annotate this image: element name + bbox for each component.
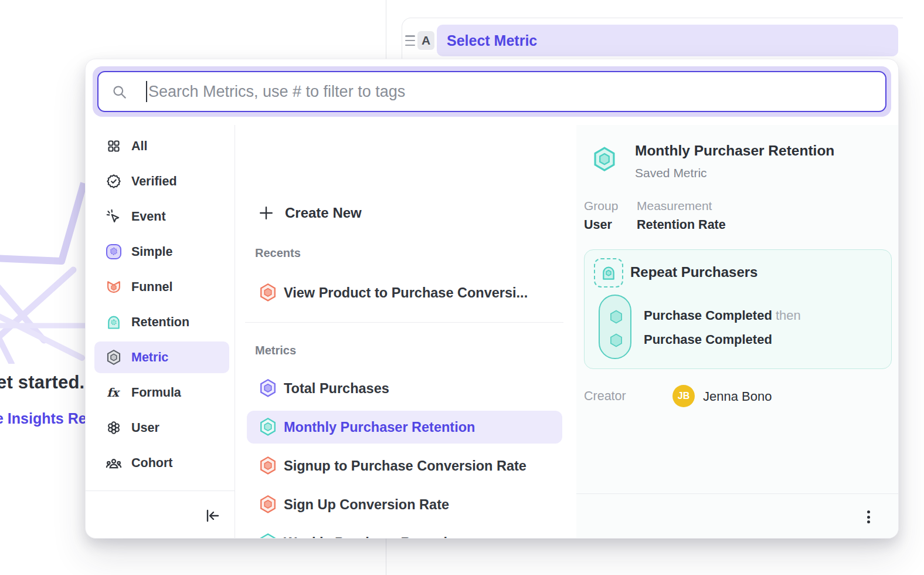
recents-header: Recents (255, 246, 301, 260)
cohort-icon (105, 454, 123, 472)
sidebar-item-event[interactable]: Event (94, 201, 229, 232)
definition-step-1: Purchase Completed then (644, 308, 801, 323)
step-hexagon-icon (608, 309, 624, 325)
svg-text:fx: fx (107, 385, 121, 400)
grid-icon (105, 137, 123, 155)
cursor-click-icon (105, 208, 123, 225)
definition-step-2: Purchase Completed (644, 332, 772, 347)
metric-list: Create New Recents View Product to Purch… (235, 125, 576, 539)
sidebar-item-metric[interactable]: Metric (94, 341, 229, 373)
orange-hexagon-icon (259, 456, 277, 476)
metric-row-badge: A (417, 31, 434, 50)
step-hexagon-icon (608, 332, 624, 349)
search-placeholder: Search Metrics, use # to filter to tags (148, 83, 405, 101)
verified-badge-icon (105, 172, 123, 190)
background-line-illustration (0, 170, 88, 364)
select-metric-button[interactable]: Select Metric (437, 25, 898, 56)
creator-label: Creator (584, 389, 626, 404)
filter-sidebar: All Verified Event (86, 125, 235, 539)
detail-subtitle: Saved Metric (635, 166, 707, 180)
metric-item-monthly-purchaser-retention[interactable]: Monthly Purchaser Retention (247, 411, 562, 444)
creator-avatar: JB (672, 385, 695, 407)
search-icon (111, 84, 127, 100)
metric-item-weekly-purchase-retention[interactable]: Weekly Purchase Retention (247, 526, 562, 539)
recent-item[interactable]: View Product to Purchase Conversi... (247, 276, 562, 309)
metric-definition-card: Repeat Purchasers Purchase Completed the… (584, 249, 892, 369)
funnel-metric-icon (259, 283, 277, 303)
sidebar-item-simple[interactable]: Simple (94, 236, 229, 268)
group-label: Group (584, 199, 618, 213)
sidebar-item-retention[interactable]: Retention (94, 306, 229, 338)
sidebar-item-funnel[interactable]: Funnel (94, 271, 229, 303)
metric-detail-panel: Monthly Purchaser Retention Saved Metric… (576, 125, 899, 539)
metrics-header: Metrics (255, 344, 296, 357)
funnel-steps-capsule (599, 295, 631, 359)
creator-name: Jenna Bono (703, 389, 772, 404)
metric-hexagon-icon (105, 349, 123, 366)
teal-hexagon-icon (259, 417, 277, 437)
collapse-left-icon (205, 509, 220, 523)
metric-item-total-purchases[interactable]: Total Purchases (247, 372, 562, 405)
detail-title: Monthly Purchaser Retention (635, 143, 834, 159)
retention-definition-icon (594, 258, 623, 288)
search-band: Search Metrics, use # to filter to tags (93, 66, 891, 117)
metric-item-sign-up-conversion[interactable]: Sign Up Conversion Rate (247, 488, 562, 521)
detail-footer (576, 493, 899, 539)
formula-icon: fx (105, 384, 123, 401)
measurement-value: Retention Rate (637, 218, 726, 232)
teal-hexagon-icon (259, 533, 277, 539)
sidebar-item-verified[interactable]: Verified (94, 165, 229, 197)
purple-hexagon-icon (259, 378, 277, 398)
definition-name: Repeat Purchasers (630, 264, 757, 280)
collapse-sidebar-button[interactable] (203, 506, 222, 525)
group-value: User (584, 218, 612, 232)
background-report-link-fragment[interactable]: e Insights Re (0, 410, 87, 427)
orange-hexagon-icon (259, 495, 277, 515)
funnel-icon (105, 278, 123, 296)
sidebar-footer (86, 491, 235, 539)
list-divider (245, 322, 563, 323)
simple-metric-icon (105, 243, 123, 261)
plus-icon (259, 205, 274, 221)
more-options-button[interactable] (860, 508, 877, 526)
sidebar-item-user[interactable]: User (94, 412, 229, 444)
sidebar-item-all[interactable]: All (94, 130, 229, 162)
metric-picker-modal: Search Metrics, use # to filter to tags … (85, 59, 899, 539)
teal-hexagon-icon (592, 146, 617, 173)
metric-item-signup-to-purchase[interactable]: Signup to Purchase Conversion Rate (247, 449, 562, 482)
background-heading-fragment: et started. (0, 372, 84, 393)
measurement-label: Measurement (637, 199, 712, 213)
drag-handle-icon[interactable] (405, 35, 415, 46)
sidebar-item-formula[interactable]: fx Formula (94, 377, 229, 408)
text-cursor (146, 81, 147, 102)
user-cluster-icon (105, 419, 123, 437)
select-metric-label: Select Metric (447, 32, 537, 49)
search-input[interactable]: Search Metrics, use # to filter to tags (97, 71, 886, 112)
sidebar-item-cohort[interactable]: Cohort (94, 447, 229, 479)
retention-icon (105, 313, 123, 331)
create-new-button[interactable]: Create New (235, 196, 576, 230)
